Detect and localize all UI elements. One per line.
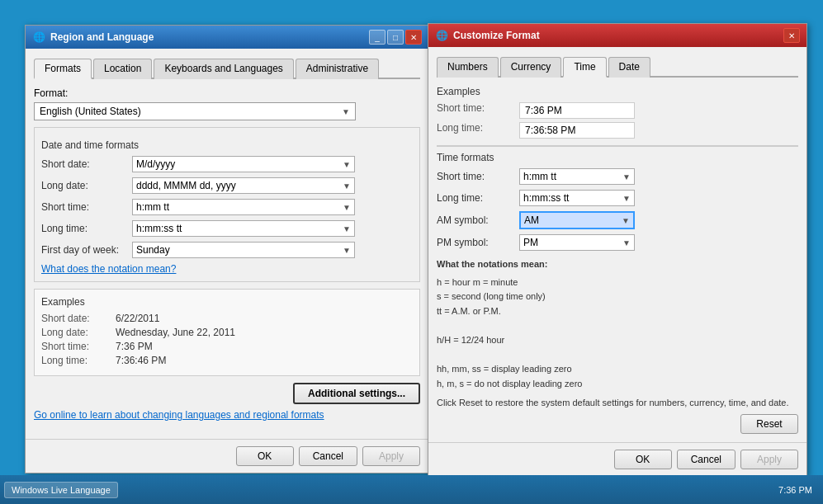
region-titlebar-buttons: _ □ ✕	[369, 30, 422, 45]
pm-symbol-value: PM	[523, 237, 538, 248]
tab-time[interactable]: Time	[563, 57, 606, 78]
long-date-value: dddd, MMMM dd, yyyy	[136, 180, 236, 191]
tab-administrative[interactable]: Administrative	[296, 59, 379, 79]
short-date-example-label: Short date:	[41, 313, 116, 324]
long-time-example: Long time: 7:36:46 PM	[41, 355, 413, 366]
first-day-label: First day of week:	[41, 244, 132, 256]
online-link[interactable]: Go online to learn about changing langua…	[34, 409, 420, 421]
region-apply-btn[interactable]: Apply	[362, 446, 420, 466]
customize-dialog-title: Customize Format	[453, 30, 783, 41]
customize-short-time-example-label: Short time:	[437, 102, 519, 119]
customize-examples-title: Examples	[437, 86, 798, 97]
am-symbol-value: AM	[524, 214, 539, 226]
additional-settings-btn[interactable]: Additional settings...	[293, 383, 420, 404]
am-symbol-select[interactable]: AM ▼	[519, 211, 635, 229]
short-time-format-value: h:mm tt	[523, 171, 556, 182]
format-select[interactable]: English (United States) ▼	[34, 102, 356, 120]
notations-title: What the notations mean:	[437, 257, 798, 272]
am-symbol-label: AM symbol:	[437, 214, 519, 226]
region-cancel-btn[interactable]: Cancel	[299, 446, 357, 466]
long-time-example-label: Long time:	[41, 355, 116, 366]
tab-formats[interactable]: Formats	[34, 59, 92, 79]
taskbar-item-1[interactable]: Windows Live Language	[4, 482, 118, 498]
short-date-example-value: 6/22/2011	[116, 313, 159, 324]
tab-currency[interactable]: Currency	[500, 57, 562, 78]
long-time-format-select[interactable]: h:mm:ss tt ▼	[519, 190, 635, 206]
long-time-group: Long time: h:mm:ss tt ▼	[41, 220, 413, 237]
long-time-format-group: Long time: h:mm:ss tt ▼	[437, 190, 798, 206]
long-time-format-label: Long time:	[437, 192, 519, 204]
customize-ok-btn[interactable]: OK	[614, 450, 672, 469]
am-symbol-arrow: ▼	[622, 216, 630, 225]
short-time-select[interactable]: h:mm tt ▼	[132, 199, 355, 215]
long-date-example-label: Long date:	[41, 327, 116, 338]
short-time-format-select[interactable]: h:mm tt ▼	[519, 168, 635, 185]
customize-format-dialog: 🌐 Customize Format ✕ Numbers Currency Ti…	[428, 23, 807, 477]
separator	[437, 145, 798, 147]
notation-line4: h/H = 12/24 hour	[437, 333, 798, 348]
first-day-arrow: ▼	[343, 246, 351, 255]
pm-symbol-select[interactable]: PM ▼	[519, 234, 635, 251]
format-label: Format:	[34, 87, 420, 99]
format-section: Format: English (United States) ▼	[34, 87, 420, 120]
long-time-example-value: 7:36:46 PM	[116, 355, 166, 366]
customize-dialog-content: Numbers Currency Time Date Examples Shor…	[428, 47, 806, 442]
short-time-example-label: Short time:	[41, 341, 116, 352]
first-day-select[interactable]: Sunday ▼	[132, 242, 355, 258]
customize-titlebar-buttons: ✕	[783, 28, 800, 43]
long-time-format-arrow: ▼	[622, 194, 631, 203]
short-time-format-label: Short time:	[437, 171, 519, 182]
format-select-arrow: ▼	[342, 107, 350, 116]
customize-dialog-footer: OK Cancel Apply	[428, 442, 806, 476]
notation-line2: s = second (long time only)	[437, 290, 798, 304]
region-close-btn[interactable]: ✕	[405, 30, 422, 45]
long-date-example-value: Wednesday, June 22, 2011	[116, 327, 235, 338]
tab-location[interactable]: Location	[93, 59, 152, 79]
region-tab-strip: Formats Location Keyboards and Languages…	[34, 57, 420, 79]
time-formats-section: Time formats Short time: h:mm tt ▼ Long …	[437, 152, 798, 251]
long-time-select[interactable]: h:mm:ss tt ▼	[132, 220, 355, 237]
region-maximize-btn[interactable]: □	[387, 30, 404, 45]
short-date-select[interactable]: M/d/yyyy ▼	[132, 156, 355, 172]
long-time-format-value: h:mm:ss tt	[523, 192, 569, 204]
tab-numbers[interactable]: Numbers	[437, 57, 499, 78]
customize-apply-btn[interactable]: Apply	[740, 450, 798, 469]
short-time-label: Short time:	[41, 201, 132, 213]
short-date-value: M/d/yyyy	[136, 158, 175, 170]
long-time-arrow: ▼	[343, 224, 351, 233]
short-time-format-group: Short time: h:mm tt ▼	[437, 168, 798, 185]
customize-icon: 🌐	[435, 29, 448, 42]
additional-settings-container: Additional settings...	[34, 383, 420, 404]
reset-btn[interactable]: Reset	[740, 414, 798, 434]
long-date-group: Long date: dddd, MMMM dd, yyyy ▼	[41, 177, 413, 194]
long-date-label: Long date:	[41, 180, 132, 191]
reset-note-text: Click Reset to restore the system defaul…	[437, 398, 789, 407]
customize-long-time-example-label: Long time:	[437, 122, 519, 139]
short-time-display: 7:36 PM	[519, 102, 635, 119]
customize-long-time-example: Long time: 7:36:58 PM	[437, 122, 798, 139]
long-date-select[interactable]: dddd, MMMM dd, yyyy ▼	[132, 177, 355, 194]
pm-symbol-arrow: ▼	[622, 238, 631, 247]
notation-line1: h = hour m = minute	[437, 276, 798, 290]
region-dialog-content: Formats Location Keyboards and Languages…	[26, 49, 428, 432]
time-formats-title: Time formats	[437, 152, 798, 163]
short-time-display-value: 7:36 PM	[525, 105, 562, 116]
am-symbol-group: AM symbol: AM ▼	[437, 211, 798, 229]
customize-cancel-btn[interactable]: Cancel	[677, 450, 735, 469]
notation-link[interactable]: What does the notation mean?	[41, 263, 413, 275]
short-time-group: Short time: h:mm tt ▼	[41, 199, 413, 215]
short-time-arrow: ▼	[343, 203, 351, 212]
tab-date[interactable]: Date	[608, 57, 650, 78]
pm-symbol-label: PM symbol:	[437, 237, 519, 248]
region-minimize-btn[interactable]: _	[369, 30, 385, 45]
customize-close-btn[interactable]: ✕	[783, 28, 800, 43]
notation-line6: h, m, s = do not display leading zero	[437, 377, 798, 392]
long-time-label: Long time:	[41, 223, 132, 234]
region-ok-btn[interactable]: OK	[236, 446, 294, 466]
online-link-text: Go online to learn about changing langua…	[34, 409, 324, 421]
examples-box: Examples Short date: 6/22/2011 Long date…	[34, 289, 420, 376]
tab-keyboards[interactable]: Keyboards and Languages	[154, 59, 293, 79]
notation-line5: hh, mm, ss = display leading zero	[437, 362, 798, 377]
first-day-value: Sunday	[136, 244, 170, 256]
short-date-arrow: ▼	[343, 160, 351, 169]
